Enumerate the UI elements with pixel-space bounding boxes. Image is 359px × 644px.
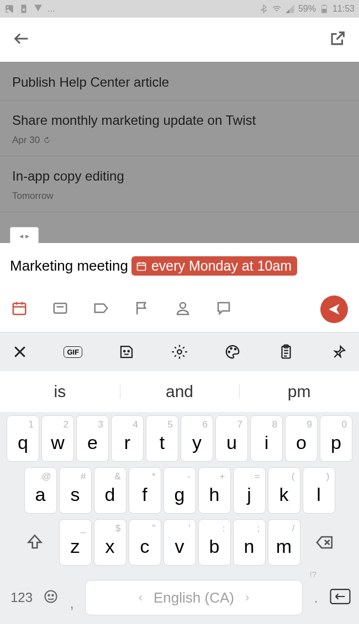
key-c[interactable]: "c <box>129 519 161 566</box>
comma-key[interactable]: , <box>66 595 77 612</box>
bluetooth-icon <box>258 4 268 14</box>
sticker-button[interactable] <box>115 341 138 363</box>
key-e[interactable]: 3e <box>76 415 109 462</box>
clock-time: 11:53 <box>332 4 355 14</box>
quick-add-toolbar <box>0 283 359 332</box>
key-f[interactable]: *f <box>129 467 161 514</box>
keyboard-close-button[interactable] <box>9 341 31 363</box>
svg-point-2 <box>23 8 25 11</box>
schedule-button[interactable] <box>11 300 28 319</box>
calendar-icon <box>136 261 147 272</box>
backspace-key[interactable] <box>303 519 347 566</box>
key-p[interactable]: 0p <box>320 415 352 462</box>
svg-point-9 <box>180 303 186 308</box>
key-w[interactable]: 2w <box>41 415 74 462</box>
comment-button[interactable] <box>215 300 232 319</box>
svg-rect-5 <box>322 9 326 13</box>
suggestion[interactable]: is <box>0 382 120 401</box>
open-external-button[interactable] <box>328 29 347 50</box>
key-u[interactable]: 7u <box>215 415 248 462</box>
emoji-key[interactable] <box>43 589 59 606</box>
key-z[interactable]: _z <box>59 519 92 566</box>
key-m[interactable]: /m <box>268 519 300 566</box>
svg-rect-7 <box>13 303 26 314</box>
key-t[interactable]: 5t <box>146 415 178 462</box>
svg-rect-6 <box>137 263 145 270</box>
recurring-icon <box>43 136 51 144</box>
svg-point-18 <box>45 591 57 603</box>
back-button[interactable] <box>12 29 31 50</box>
task-item[interactable]: In-app copy editing Tomorrow <box>0 156 359 212</box>
gif-button[interactable]: GIF <box>62 341 84 363</box>
numeric-key[interactable]: 123 <box>8 590 35 605</box>
svg-point-1 <box>7 7 9 8</box>
battery-percent: 59% <box>298 4 316 14</box>
status-ellipsis: ... <box>47 4 55 14</box>
task-input[interactable]: Marketing meeting every Monday at 10am <box>10 256 349 276</box>
input-text: Marketing meeting <box>10 257 128 275</box>
keyboard: GIF is and pm 1q2w3e4r5t6y7u8i9o0p @a#s&… <box>0 332 359 624</box>
svg-point-13 <box>229 351 230 353</box>
assignee-button[interactable] <box>175 300 191 319</box>
date-chip[interactable]: every Monday at 10am <box>131 256 297 276</box>
project-button[interactable] <box>52 300 68 319</box>
task-item[interactable]: Share monthly marketing update on Twist … <box>0 101 359 156</box>
punct-hint: !? <box>309 569 316 579</box>
svg-point-14 <box>231 348 233 350</box>
key-x[interactable]: $x <box>94 519 126 566</box>
priority-button[interactable] <box>134 300 150 319</box>
pin-button[interactable] <box>328 341 350 363</box>
key-o[interactable]: 9o <box>285 415 318 462</box>
key-g[interactable]: -g <box>163 467 196 514</box>
enter-key[interactable] <box>329 589 351 606</box>
settings-button[interactable] <box>168 341 191 363</box>
signal-icon <box>285 4 295 14</box>
keyboard-toolbar: GIF <box>0 332 359 371</box>
theme-button[interactable] <box>221 341 244 363</box>
svg-point-12 <box>177 350 182 354</box>
key-a[interactable]: @a <box>24 467 57 514</box>
spacebar[interactable]: ‹ English (CA) › !? <box>85 580 303 615</box>
key-v[interactable]: 'v <box>163 519 196 566</box>
task-list: Publish Help Center article Share monthl… <box>0 62 359 243</box>
clipboard-button[interactable] <box>275 341 297 363</box>
status-bar: ... 59% 11:53 <box>0 0 359 18</box>
image-icon <box>4 4 14 14</box>
key-l[interactable]: )l <box>303 467 335 514</box>
submit-button[interactable] <box>320 295 348 323</box>
task-meta: Apr 30 <box>12 135 347 146</box>
key-q[interactable]: 1q <box>7 415 39 462</box>
svg-point-11 <box>128 351 129 352</box>
key-j[interactable]: =j <box>233 467 266 514</box>
shift-key[interactable] <box>13 519 57 566</box>
cloud-icon <box>33 4 43 14</box>
key-k[interactable]: (k <box>268 467 300 514</box>
label-button[interactable] <box>93 300 109 319</box>
task-title: Share monthly marketing update on Twist <box>12 113 347 128</box>
period-key[interactable]: . <box>310 589 321 606</box>
suggestion[interactable]: and <box>120 382 240 401</box>
svg-point-15 <box>235 349 236 350</box>
sd-icon <box>19 4 29 14</box>
key-n[interactable]: ;n <box>233 519 266 566</box>
key-h[interactable]: +h <box>198 467 231 514</box>
key-d[interactable]: &d <box>94 467 126 514</box>
svg-point-10 <box>124 351 125 352</box>
svg-rect-8 <box>54 303 67 313</box>
key-y[interactable]: 6y <box>181 415 213 462</box>
key-b[interactable]: :b <box>198 519 231 566</box>
key-r[interactable]: 4r <box>111 415 144 462</box>
task-item[interactable]: Publish Help Center article <box>0 62 359 101</box>
task-title: In-app copy editing <box>12 168 347 184</box>
quick-add-panel: Marketing meeting every Monday at 10am <box>0 243 359 283</box>
svg-rect-4 <box>323 5 326 6</box>
task-meta: Tomorrow <box>12 191 347 202</box>
task-title: Publish Help Center article <box>12 75 347 90</box>
cursor-handle[interactable]: ◂ ▸ <box>10 227 39 243</box>
svg-point-19 <box>48 595 49 596</box>
key-s[interactable]: #s <box>59 467 92 514</box>
svg-point-20 <box>52 595 53 596</box>
key-i[interactable]: 8i <box>250 415 283 462</box>
suggestion-bar: is and pm <box>0 371 359 412</box>
suggestion[interactable]: pm <box>239 382 359 401</box>
